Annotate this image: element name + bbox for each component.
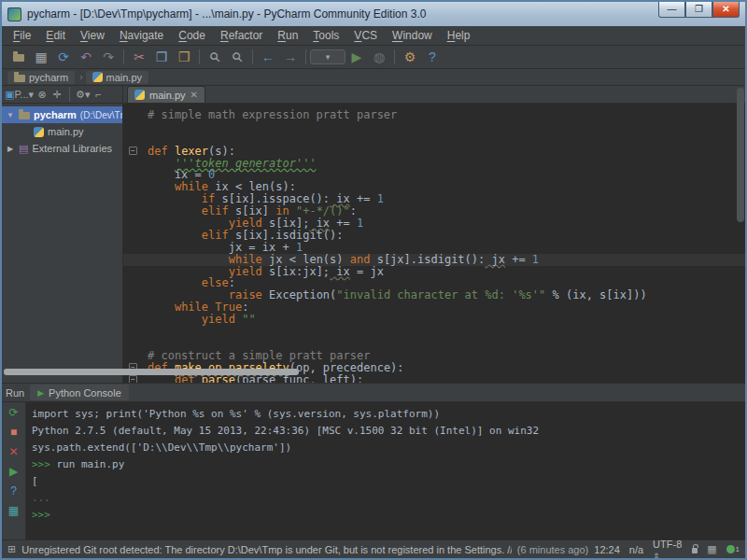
tree-item-main-py[interactable]: main.py bbox=[2, 123, 122, 140]
console-output[interactable]: import sys; print('Python %s on %s' % (s… bbox=[26, 402, 745, 539]
run-config-chip: ▾ bbox=[310, 49, 345, 64]
paste-icon[interactable]: ❒ bbox=[173, 48, 195, 67]
run-config-dropdown[interactable]: ▾ bbox=[310, 48, 345, 67]
editor-tab-label: main.py bbox=[149, 90, 186, 101]
tab-close-icon[interactable]: ✕ bbox=[190, 90, 198, 100]
collapse-all-icon[interactable]: ⊗ bbox=[35, 88, 49, 101]
editor-tab-bar: main.py ✕ bbox=[123, 86, 745, 104]
run-icon[interactable]: ▶ bbox=[345, 48, 368, 67]
sync-icon[interactable]: ⟳ bbox=[52, 48, 75, 67]
run-tool-window: Run ▶ Python Console ⟳■✕▶?▦ import sys; … bbox=[2, 383, 745, 539]
breadcrumb-item-pycharm[interactable]: pycharm bbox=[7, 71, 75, 84]
search-replace-icon[interactable]: ⚲ bbox=[226, 48, 248, 67]
menu-item-edit[interactable]: Edit bbox=[38, 27, 73, 44]
close-icon[interactable]: ✕ bbox=[7, 445, 21, 458]
toolbar-separator bbox=[123, 49, 124, 64]
console-line: import sys; print('Python %s on %s' % (s… bbox=[32, 406, 745, 423]
console-toolbar: ⟳■✕▶?▦ bbox=[2, 402, 26, 539]
code-editor[interactable]: # simple math expression pratt parserdef… bbox=[123, 104, 745, 383]
cut-icon[interactable]: ✂ bbox=[128, 48, 150, 67]
console-line: sys.path.extend(['D:\\Dev\\Tmp\\pycharm'… bbox=[32, 440, 745, 456]
tab-python-console[interactable]: ▶ Python Console bbox=[30, 385, 129, 400]
breadcrumb-item-main-py[interactable]: main.py bbox=[86, 71, 149, 84]
console-header: Run ▶ Python Console bbox=[2, 384, 745, 402]
python-icon bbox=[92, 72, 103, 82]
scroll-to-source-icon[interactable]: ✛ bbox=[50, 88, 63, 101]
editor-scrollbar bbox=[736, 88, 744, 381]
folder-icon bbox=[19, 112, 30, 119]
project-view-dropdown[interactable]: ▣P...▾ bbox=[5, 88, 34, 101]
highlighting-level-icon[interactable]: ▦ bbox=[707, 543, 716, 555]
redo-icon[interactable]: ↷ bbox=[97, 48, 120, 67]
pycharm-window: pycharm - [D:\Dev\Tmp\pycharm] - ...\mai… bbox=[0, 0, 747, 560]
window-title: pycharm - [D:\Dev\Tmp\pycharm] - ...\mai… bbox=[27, 7, 426, 21]
code-line bbox=[123, 121, 745, 133]
menu-item-window[interactable]: Window bbox=[385, 27, 440, 44]
code-line: '''token generator''' bbox=[123, 158, 745, 170]
breadcrumb: pycharm›main.py bbox=[2, 69, 745, 86]
menu-bar: FileEditViewNavigateCodeRefactorRunTools… bbox=[2, 26, 745, 46]
maximize-button[interactable]: ❐ bbox=[685, 2, 712, 18]
status-message[interactable]: Unregistered Git root detected: The dire… bbox=[21, 544, 512, 555]
horizontal-scrollbar-thumb[interactable] bbox=[4, 369, 299, 375]
console-line: ... bbox=[32, 490, 745, 507]
folder-glyph bbox=[13, 54, 24, 62]
debug-icon[interactable]: ◍ bbox=[368, 48, 390, 67]
search-icon[interactable]: ⚲ bbox=[204, 48, 226, 67]
open-icon[interactable] bbox=[7, 48, 30, 67]
menu-item-view[interactable]: View bbox=[73, 27, 112, 44]
toolwindow-toggle-icon[interactable]: ⊞ bbox=[7, 543, 16, 555]
code-line: # simple math expression pratt parser bbox=[123, 109, 745, 121]
project-panel: ▣P...▾⊗✛⚙▾⌐ ▼pycharm (D:\Dev\Tmpmain.py▶… bbox=[2, 86, 123, 383]
run-window-label: Run bbox=[6, 387, 24, 399]
encoding-arrows-icon: ⇕ bbox=[653, 552, 660, 560]
project-toolbar-separator bbox=[69, 87, 70, 102]
menu-item-code[interactable]: Code bbox=[171, 27, 213, 44]
python-icon bbox=[34, 127, 44, 137]
title-bar: pycharm - [D:\Dev\Tmp\pycharm] - ...\mai… bbox=[2, 2, 745, 26]
menu-item-tools[interactable]: Tools bbox=[305, 27, 346, 44]
tree-item-external-libraries[interactable]: ▶▤External Libraries bbox=[2, 140, 122, 157]
settings-gear-icon[interactable]: ⚙▾ bbox=[76, 88, 90, 101]
fold-marker-icon[interactable]: − bbox=[129, 147, 137, 155]
python-file-icon bbox=[134, 90, 145, 100]
code-line: def parse(parse_func, left): bbox=[123, 374, 745, 383]
menu-item-refactor[interactable]: Refactor bbox=[213, 27, 270, 44]
toolbar-separator bbox=[252, 49, 253, 64]
breadcrumb-separator-icon: › bbox=[79, 72, 82, 82]
help-icon[interactable]: ? bbox=[7, 484, 21, 497]
status-bar: ⊞ Unregistered Git root detected: The di… bbox=[2, 539, 745, 558]
editor-scrollbar-thumb[interactable] bbox=[737, 88, 744, 222]
console-line: >>> run main.py bbox=[32, 456, 745, 473]
rerun-icon[interactable]: ⟳ bbox=[7, 406, 21, 419]
settings-icon[interactable]: ⚙ bbox=[399, 48, 421, 67]
close-button[interactable]: ✕ bbox=[712, 2, 740, 18]
tree-item-pycharm[interactable]: ▼pycharm (D:\Dev\Tmp bbox=[2, 106, 122, 123]
lock-icon[interactable] bbox=[692, 548, 698, 553]
play-icon: ▶ bbox=[37, 388, 44, 398]
stop-icon[interactable]: ■ bbox=[7, 426, 21, 439]
encoding-widget[interactable]: UTF-8 ⇕ bbox=[653, 539, 683, 560]
undo-icon[interactable]: ↶ bbox=[75, 48, 97, 67]
copy-icon[interactable]: ❐ bbox=[150, 48, 173, 67]
save-icon[interactable]: ▦ bbox=[30, 48, 52, 67]
toolbar-separator bbox=[199, 49, 200, 64]
help-icon[interactable]: ? bbox=[421, 48, 444, 67]
minimize-button[interactable]: — bbox=[658, 2, 685, 18]
notification-badge[interactable]: 1 bbox=[726, 545, 740, 553]
menu-item-navigate[interactable]: Navigate bbox=[112, 27, 171, 44]
resume-icon[interactable]: ▶ bbox=[7, 465, 21, 478]
menu-item-file[interactable]: File bbox=[6, 27, 38, 44]
menu-item-run[interactable]: Run bbox=[270, 27, 305, 44]
forward-icon[interactable]: → bbox=[279, 48, 302, 67]
code-line bbox=[123, 326, 745, 338]
console-settings-icon[interactable]: ▦ bbox=[7, 504, 21, 517]
menu-item-vcs[interactable]: VCS bbox=[346, 27, 385, 44]
menu-item-help[interactable]: Help bbox=[440, 27, 478, 44]
fold-marker-icon[interactable]: − bbox=[129, 375, 137, 383]
back-icon[interactable]: ← bbox=[257, 48, 279, 67]
caret-position-widget[interactable]: n/a bbox=[629, 544, 643, 555]
tab-main-py[interactable]: main.py ✕ bbox=[127, 86, 205, 103]
console-line: Python 2.7.5 (default, May 15 2013, 22:4… bbox=[32, 423, 745, 440]
hide-panel-icon[interactable]: ⌐ bbox=[92, 88, 105, 101]
